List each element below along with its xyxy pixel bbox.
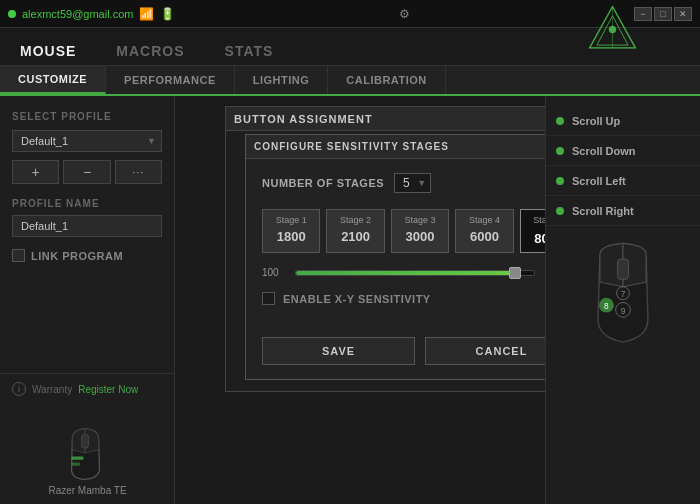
subtab-calibration[interactable]: CALIBRATION: [328, 66, 445, 94]
right-panel: Scroll Up Scroll Down Scroll Left Scroll…: [545, 96, 700, 504]
profile-name-input[interactable]: [12, 215, 162, 237]
profile-name-label: PROFILE NAME: [12, 198, 162, 209]
xy-label: ENABLE X-Y SENSITIVITY: [283, 293, 431, 305]
sensitivity-titlebar: CONFIGURE SENSITIVITY STAGES X: [246, 135, 545, 159]
profile-select[interactable]: Default_1: [12, 130, 162, 152]
subtab-customize[interactable]: CUSTOMIZE: [0, 66, 106, 94]
status-dot: [8, 10, 16, 18]
stage-box-3[interactable]: Stage 3 3000: [391, 209, 449, 253]
profile-buttons: + − ···: [12, 160, 162, 184]
more-profile-button[interactable]: ···: [115, 160, 162, 184]
link-program-label: LINK PROGRAM: [31, 250, 123, 262]
sensitivity-title: CONFIGURE SENSITIVITY STAGES: [254, 141, 449, 152]
scroll-down-label: Scroll Down: [572, 145, 636, 157]
mouse-image-area: Razer Mamba TE: [12, 426, 163, 496]
razer-logo-area: [585, 2, 645, 62]
stage-label-4: Stage 4: [460, 215, 508, 225]
stage-boxes: Stage 1 1800 Stage 2 2100 Stage 3 3000 S…: [262, 209, 545, 253]
stage-value-2: 2100: [331, 229, 379, 244]
scroll-left-button[interactable]: Scroll Left: [546, 166, 700, 196]
profile-select-wrap: Default_1: [12, 130, 162, 152]
delete-profile-button[interactable]: −: [63, 160, 110, 184]
svg-rect-14: [71, 462, 79, 465]
stage-value-3: 3000: [396, 229, 444, 244]
scroll-right-button[interactable]: Scroll Right: [546, 196, 700, 226]
subtab-lighting[interactable]: LIGHTING: [235, 66, 329, 94]
scroll-down-button[interactable]: Scroll Down: [546, 136, 700, 166]
warranty-text: Warranty: [32, 384, 72, 395]
stage-box-1[interactable]: Stage 1 1800: [262, 209, 320, 253]
cancel-button[interactable]: CANCEL: [425, 337, 545, 365]
button-assignment-titlebar: BUTTON ASSIGNMENT X: [226, 107, 545, 131]
add-profile-button[interactable]: +: [12, 160, 59, 184]
maximize-button[interactable]: □: [654, 7, 672, 21]
register-now-link[interactable]: Register Now: [78, 384, 138, 395]
subtab-performance[interactable]: PERFORMANCE: [106, 66, 235, 94]
mouse-device-icon: [58, 426, 118, 481]
scroll-up-label: Scroll Up: [572, 115, 620, 127]
slider-min-label: 100: [262, 267, 287, 278]
xy-checkbox[interactable]: [262, 292, 275, 305]
svg-point-4: [609, 26, 616, 33]
save-button[interactable]: SAVE: [262, 337, 415, 365]
top-bar-icons: ⚙: [399, 7, 410, 21]
slider-row: 100 16000: [262, 267, 545, 278]
svg-text:8: 8: [604, 301, 609, 311]
sub-tabs: CUSTOMIZE PERFORMANCE LIGHTING CALIBRATI…: [0, 66, 700, 96]
warranty-icon: i: [12, 382, 26, 396]
scroll-up-indicator: [556, 117, 564, 125]
mouse-device-name: Razer Mamba TE: [48, 485, 126, 496]
stage-box-5[interactable]: Stage 5: [520, 209, 545, 253]
top-bar-left: alexmct59@gmail.com 📶 🔋: [8, 7, 175, 21]
stage-box-4[interactable]: Stage 4 6000: [455, 209, 513, 253]
scroll-right-label: Scroll Right: [572, 205, 634, 217]
settings-icon[interactable]: ⚙: [399, 7, 410, 21]
svg-rect-5: [617, 259, 628, 279]
center-content: BUTTON ASSIGNMENT X CONFIGURE SENSITIVIT…: [175, 96, 545, 504]
tab-stats[interactable]: STATS: [225, 43, 274, 65]
select-profile-label: SELECT PROFILE: [12, 111, 162, 122]
scroll-left-indicator: [556, 177, 564, 185]
stage-label-2: Stage 2: [331, 215, 379, 225]
scroll-right-indicator: [556, 207, 564, 215]
slider-thumb[interactable]: [509, 267, 521, 279]
battery-icon: 🔋: [160, 7, 175, 21]
stage-label-3: Stage 3: [396, 215, 444, 225]
scroll-up-button[interactable]: Scroll Up: [546, 106, 700, 136]
mouse-diagram-svg: 8 9 7: [568, 236, 678, 356]
user-email: alexmct59@gmail.com: [22, 8, 133, 20]
mouse-device-svg: [58, 426, 113, 481]
link-program-row: LINK PROGRAM: [12, 249, 162, 262]
stage-label-5: Stage 5: [525, 215, 545, 225]
stages-select-wrap: 5: [394, 173, 431, 193]
scroll-left-label: Scroll Left: [572, 175, 626, 187]
xy-row: ENABLE X-Y SENSITIVITY: [262, 292, 545, 305]
stage-value-4: 6000: [460, 229, 508, 244]
link-program-checkbox[interactable]: [12, 249, 25, 262]
svg-text:7: 7: [621, 289, 626, 299]
dialog-buttons: SAVE CANCEL: [246, 337, 545, 379]
slider-track[interactable]: [295, 270, 535, 276]
warranty-line: i Warranty Register Now: [12, 382, 163, 396]
wifi-icon: 📶: [139, 7, 154, 21]
stages-row: NUMBER OF STAGES 5: [262, 173, 545, 193]
stage-label-1: Stage 1: [267, 215, 315, 225]
stage-value-5-input[interactable]: [525, 231, 545, 246]
slider-max-label: 16000: [543, 267, 545, 278]
stages-select[interactable]: 5: [394, 173, 431, 193]
sensitivity-dialog: CONFIGURE SENSITIVITY STAGES X NUMBER OF…: [245, 134, 545, 380]
sensitivity-body: NUMBER OF STAGES 5 Stage 1 1800 Stage 2: [246, 159, 545, 337]
svg-text:9: 9: [621, 306, 626, 316]
svg-rect-13: [71, 456, 83, 459]
mouse-diagram: 8 9 7: [546, 236, 700, 356]
slider-fill: [296, 271, 515, 275]
sidebar-bottom: i Warranty Register Now Razer Mamba TE: [0, 373, 175, 504]
tab-macros[interactable]: MACROS: [116, 43, 184, 65]
svg-rect-12: [81, 434, 88, 448]
tab-mouse[interactable]: MOUSE: [20, 43, 76, 65]
stage-value-1: 1800: [267, 229, 315, 244]
razer-logo-icon: [585, 2, 640, 57]
stage-box-2[interactable]: Stage 2 2100: [326, 209, 384, 253]
stages-label: NUMBER OF STAGES: [262, 177, 384, 189]
close-button[interactable]: ✕: [674, 7, 692, 21]
